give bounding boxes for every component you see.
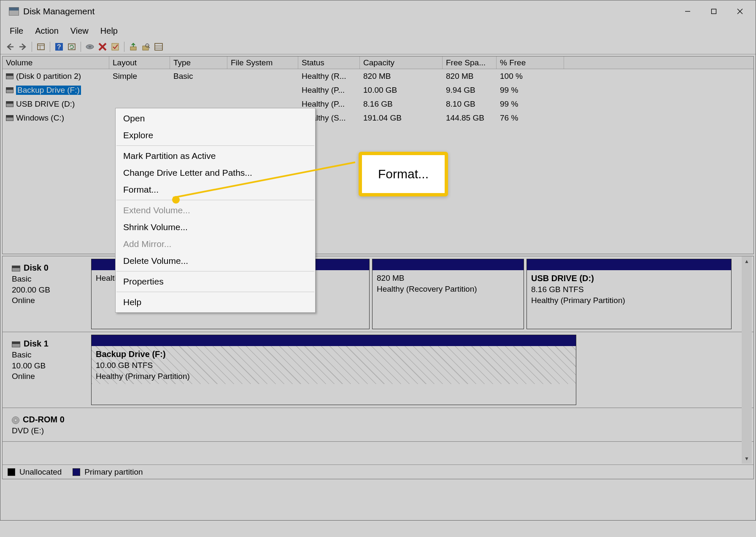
cell: 100 % <box>497 71 564 82</box>
menu-separator <box>116 271 314 271</box>
menu-file[interactable]: File <box>4 24 29 38</box>
scroll-down-icon[interactable]: ▼ <box>742 454 752 464</box>
upload-icon[interactable] <box>128 41 139 52</box>
disk-info[interactable]: CD-ROM 0DVD (E:) <box>3 408 91 441</box>
cell: Simple <box>109 71 170 82</box>
legend-swatch <box>73 468 80 476</box>
legend-swatch <box>8 468 15 476</box>
partition[interactable]: 820 MBHealthy (Recovery Partition) <box>372 259 524 329</box>
menu-item-properties[interactable]: Properties <box>116 273 315 290</box>
cell: USB DRIVE (D:) <box>3 99 109 110</box>
column-header[interactable]: Layout <box>109 56 170 69</box>
menu-item-open[interactable]: Open <box>116 110 315 127</box>
menubar: FileActionViewHelp <box>0 22 756 39</box>
menu-separator <box>116 200 314 200</box>
svg-point-11 <box>89 46 91 47</box>
forward-icon[interactable] <box>17 41 28 52</box>
scrollbar-vertical[interactable]: ▲ ▼ <box>742 256 752 464</box>
cell: (Disk 0 partition 2) <box>3 71 109 82</box>
volume-row[interactable]: (Disk 0 partition 2)SimpleBasicHealthy (… <box>3 69 753 83</box>
app-icon <box>9 7 19 16</box>
menu-item-help[interactable]: Help <box>116 294 315 311</box>
maximize-button[interactable] <box>701 3 727 20</box>
close-button[interactable] <box>727 3 753 20</box>
cell: 144.85 GB <box>443 113 497 124</box>
partition[interactable]: Backup Drive (F:)10.00 GB NTFSHealthy (P… <box>91 335 576 405</box>
cdrom-icon <box>12 416 19 424</box>
back-icon[interactable] <box>5 41 16 52</box>
search-icon[interactable] <box>140 41 151 52</box>
partition-header <box>527 259 731 270</box>
list-options-icon[interactable] <box>153 41 164 52</box>
check-icon[interactable] <box>110 41 121 52</box>
column-header[interactable]: % Free <box>497 56 564 69</box>
cell: 9.94 GB <box>443 85 497 96</box>
disk-partitions <box>91 408 753 441</box>
menu-item-shrink-volume[interactable]: Shrink Volume... <box>116 219 315 236</box>
partition-body: Backup Drive (F:)10.00 GB NTFSHealthy (P… <box>92 346 576 384</box>
cell: Basic <box>170 71 227 82</box>
column-header[interactable]: Free Spa... <box>443 56 497 69</box>
callout-anchor-dot <box>172 196 180 204</box>
column-header[interactable]: Status <box>298 56 360 69</box>
drive-icon <box>12 341 20 347</box>
svg-rect-14 <box>112 43 119 50</box>
svg-rect-19 <box>155 43 162 50</box>
cell: 76 % <box>497 113 564 124</box>
cell <box>227 89 298 91</box>
cell: Healthy (R... <box>298 71 360 82</box>
wizard-disk-icon[interactable] <box>84 41 95 52</box>
menu-item-delete-volume[interactable]: Delete Volume... <box>116 252 315 269</box>
drive-icon <box>12 266 20 271</box>
cell <box>109 89 170 91</box>
partition[interactable]: USB DRIVE (D:)8.16 GB NTFSHealthy (Prima… <box>526 259 732 329</box>
legend: UnallocatedPrimary partition <box>3 465 753 479</box>
column-header[interactable]: Capacity <box>360 56 443 69</box>
cell <box>227 75 298 77</box>
disk-info[interactable]: Disk 1Basic10.00 GBOnline <box>3 332 91 408</box>
menu-item-explore[interactable]: Explore <box>116 127 315 144</box>
column-header[interactable]: File System <box>227 56 298 69</box>
window-title: Disk Management <box>23 6 94 16</box>
legend-label: Primary partition <box>84 467 143 477</box>
column-header[interactable]: Type <box>170 56 227 69</box>
menu-item-add-mirror: Add Mirror... <box>116 236 315 252</box>
detail-pane-icon[interactable] <box>35 41 46 52</box>
menu-item-mark-partition-as-active[interactable]: Mark Partition as Active <box>116 148 315 164</box>
volume-row[interactable]: Backup Drive (F:)Healthy (P...10.00 GB9.… <box>3 83 753 97</box>
menu-help[interactable]: Help <box>94 24 124 38</box>
menu-separator <box>116 292 314 292</box>
menu-item-change-drive-letter-and-paths[interactable]: Change Drive Letter and Paths... <box>116 164 315 181</box>
help-icon[interactable]: ? <box>54 41 65 52</box>
legend-label: Unallocated <box>19 467 62 477</box>
svg-rect-15 <box>130 47 136 50</box>
callout-box: Format... <box>359 152 448 196</box>
cell: 820 MB <box>443 71 497 82</box>
menu-action[interactable]: Action <box>29 24 65 38</box>
svg-rect-4 <box>38 44 44 50</box>
cell <box>170 103 227 105</box>
drive-icon <box>6 115 14 121</box>
cell <box>109 103 170 105</box>
drive-icon <box>6 87 14 93</box>
cell: 8.10 GB <box>443 99 497 110</box>
disk-info[interactable]: Disk 0Basic200.00 GBOnline <box>3 256 91 332</box>
menu-view[interactable]: View <box>65 24 94 38</box>
titlebar[interactable]: Disk Management <box>0 0 756 22</box>
scroll-up-icon[interactable]: ▲ <box>742 256 752 266</box>
drive-icon <box>6 73 14 79</box>
disk-management-window: Disk Management FileActionViewHelp ? Vol… <box>0 0 756 521</box>
cell: 191.04 GB <box>360 113 443 124</box>
cell <box>227 103 298 105</box>
column-header[interactable]: Volume <box>3 56 109 69</box>
svg-text:?: ? <box>57 43 61 51</box>
minimize-button[interactable] <box>675 3 701 20</box>
refresh-list-icon[interactable] <box>66 41 77 52</box>
callout-text: Format... <box>378 167 429 181</box>
volume-table-header: VolumeLayoutTypeFile SystemStatusCapacit… <box>3 56 753 69</box>
cell: 10.00 GB <box>360 85 443 96</box>
cell: 99 % <box>497 85 564 96</box>
cell: Healthy (P... <box>298 85 360 96</box>
delete-icon[interactable] <box>97 41 108 52</box>
svg-rect-1 <box>712 9 716 14</box>
